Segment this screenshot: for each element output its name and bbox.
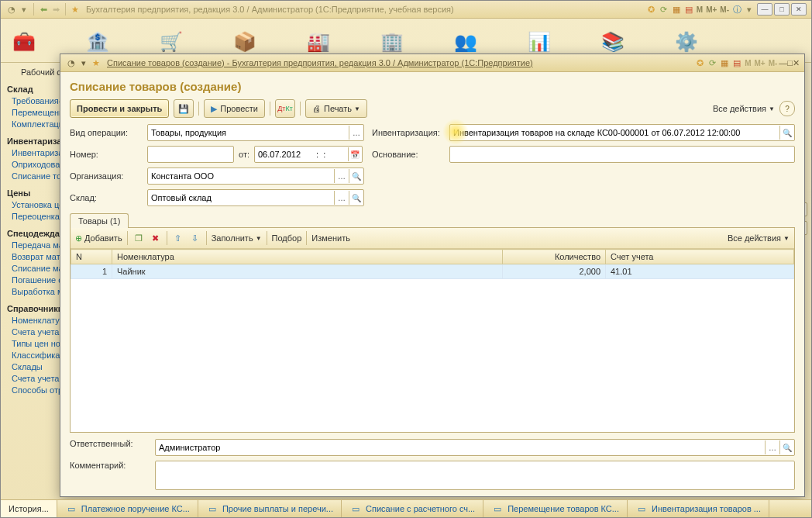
fav-icon[interactable]: ✪ bbox=[693, 57, 706, 69]
calendar-icon[interactable]: ▤ bbox=[731, 57, 743, 69]
fwd-icon[interactable]: ➡ bbox=[50, 3, 62, 16]
taskbar-item[interactable]: ▭Перемещение товаров КС... bbox=[483, 500, 628, 517]
close-button[interactable]: ✕ bbox=[793, 58, 800, 68]
calendar-icon[interactable]: ▤ bbox=[683, 3, 695, 16]
dropdown-icon[interactable]: ▾ bbox=[18, 3, 30, 16]
mminus-label[interactable]: M- bbox=[769, 59, 778, 67]
dtkt-button[interactable]: ДтКт bbox=[275, 99, 295, 118]
taskbar-item[interactable]: ▭Прочие выплаты и перечи... bbox=[198, 500, 342, 517]
fill-button[interactable]: Заполнить▼ bbox=[212, 233, 262, 243]
dropdown-icon[interactable]: ▾ bbox=[77, 57, 90, 69]
num-field[interactable] bbox=[147, 146, 234, 163]
col-acct[interactable]: Счет учета bbox=[606, 250, 794, 264]
taskbar-item[interactable]: ▭Инвентаризация товаров ... bbox=[628, 500, 769, 517]
save-button[interactable]: 💾 bbox=[174, 99, 194, 118]
star-icon[interactable]: ★ bbox=[69, 3, 81, 16]
lookup-icon[interactable]: 🔍 bbox=[349, 169, 363, 183]
time-input[interactable] bbox=[311, 147, 348, 161]
history-icon[interactable]: ⟳ bbox=[706, 57, 718, 69]
change-button[interactable]: Изменить bbox=[311, 233, 350, 243]
add-button[interactable]: ⊕Добавить bbox=[75, 233, 122, 243]
comment-input[interactable] bbox=[156, 468, 794, 482]
post-and-close-button[interactable]: Провести и закрыть bbox=[70, 99, 169, 118]
taskbar-history[interactable]: История... bbox=[1, 500, 57, 517]
section-icon[interactable]: 📊 bbox=[524, 26, 555, 57]
window-icon: ▭ bbox=[635, 502, 648, 515]
lookup-icon[interactable]: 🔍 bbox=[349, 191, 363, 205]
inv-field[interactable]: 🔍 bbox=[449, 124, 795, 141]
m-label[interactable]: M bbox=[745, 59, 751, 67]
minimize-button[interactable]: — bbox=[757, 3, 772, 16]
calendar-icon[interactable]: 📅 bbox=[348, 147, 362, 161]
all-actions-button[interactable]: Все действия▼ bbox=[713, 104, 775, 113]
org-label: Организация: bbox=[70, 171, 139, 181]
taskbar-item[interactable]: ▭Платежное поручение КС... bbox=[57, 500, 198, 517]
print-button[interactable]: 🖨Печать▼ bbox=[305, 99, 367, 118]
info-icon[interactable]: ⓘ bbox=[731, 3, 743, 16]
section-icon[interactable]: 📦 bbox=[229, 26, 260, 57]
inner-title: Списание товаров (создание) - Бухгалтери… bbox=[107, 58, 533, 67]
section-icon[interactable]: 🏦 bbox=[82, 26, 113, 57]
wh-field[interactable]: … 🔍 bbox=[147, 189, 364, 206]
comment-field[interactable] bbox=[155, 461, 795, 490]
table-row[interactable]: 1Чайник2,00041.01 bbox=[71, 264, 794, 279]
op-input[interactable] bbox=[148, 126, 349, 140]
grid-all-actions-button[interactable]: Все действия▼ bbox=[728, 233, 790, 243]
fav-icon[interactable]: ✪ bbox=[645, 3, 658, 16]
pick-button[interactable]: Подбор bbox=[272, 233, 302, 243]
resp-input[interactable] bbox=[156, 440, 765, 454]
picker-icon[interactable]: … bbox=[334, 169, 349, 183]
history-icon[interactable]: ⟳ bbox=[658, 3, 670, 16]
org-input[interactable] bbox=[148, 169, 334, 183]
back-icon[interactable]: ⬅ bbox=[37, 3, 50, 16]
mplus-label[interactable]: M+ bbox=[755, 59, 766, 67]
dropdown-icon[interactable]: ▾ bbox=[743, 3, 755, 16]
section-icon[interactable]: 🧰 bbox=[9, 26, 40, 57]
movedown-icon[interactable]: ⇩ bbox=[189, 232, 201, 244]
section-icon[interactable]: ⚙️ bbox=[671, 26, 702, 57]
window-icon: ▭ bbox=[491, 502, 504, 515]
delete-icon[interactable]: ✖ bbox=[150, 232, 162, 244]
star-icon[interactable]: ★ bbox=[90, 57, 102, 69]
picker-icon[interactable]: … bbox=[765, 440, 779, 454]
section-icon[interactable]: 🏢 bbox=[377, 26, 408, 57]
picker-icon[interactable]: … bbox=[349, 126, 363, 140]
minimize-button[interactable]: — bbox=[779, 58, 787, 67]
basis-input[interactable] bbox=[450, 147, 794, 161]
maximize-button[interactable]: □ bbox=[774, 3, 790, 16]
date-field[interactable]: 📅 bbox=[254, 146, 363, 163]
col-qty[interactable]: Количество bbox=[503, 250, 606, 264]
wh-label: Склад: bbox=[70, 193, 139, 202]
org-field[interactable]: … 🔍 bbox=[147, 167, 364, 185]
close-button[interactable]: ✕ bbox=[791, 3, 807, 16]
post-button[interactable]: ▶Провести bbox=[204, 99, 265, 118]
section-icon[interactable]: 🏭 bbox=[303, 26, 334, 57]
mplus-label[interactable]: M+ bbox=[706, 5, 717, 14]
calc-icon[interactable]: ▦ bbox=[718, 57, 731, 69]
mminus-label[interactable]: M- bbox=[720, 5, 729, 14]
app-icon: ◔ bbox=[5, 3, 18, 16]
tab-goods[interactable]: Товары (1) bbox=[70, 213, 129, 228]
wh-input[interactable] bbox=[148, 191, 334, 205]
goods-grid[interactable]: N Номенклатура Количество Счет учета 1Ча… bbox=[71, 249, 794, 432]
inv-input[interactable] bbox=[450, 126, 779, 140]
section-icon[interactable]: 📚 bbox=[597, 26, 628, 57]
m-label[interactable]: M bbox=[697, 5, 703, 14]
resp-field[interactable]: … 🔍 bbox=[155, 439, 795, 456]
copy-icon[interactable]: ❐ bbox=[132, 232, 145, 244]
moveup-icon[interactable]: ⇧ bbox=[172, 232, 184, 244]
lookup-icon[interactable]: 🔍 bbox=[779, 440, 794, 454]
basis-field[interactable] bbox=[449, 146, 795, 163]
calc-icon[interactable]: ▦ bbox=[670, 3, 683, 16]
lookup-icon[interactable]: 🔍 bbox=[779, 126, 794, 140]
op-field[interactable]: … bbox=[147, 124, 364, 141]
col-n[interactable]: N bbox=[71, 250, 112, 264]
taskbar-item[interactable]: ▭Списание с расчетного сч... bbox=[342, 500, 483, 517]
section-icon[interactable]: 🛒 bbox=[156, 26, 187, 57]
maximize-button[interactable]: □ bbox=[787, 58, 793, 67]
picker-icon[interactable]: … bbox=[334, 191, 349, 205]
date-input[interactable] bbox=[255, 147, 311, 161]
col-nomen[interactable]: Номенклатура bbox=[112, 250, 503, 264]
section-icon[interactable]: 👥 bbox=[450, 26, 481, 57]
help-button[interactable]: ? bbox=[779, 101, 795, 116]
